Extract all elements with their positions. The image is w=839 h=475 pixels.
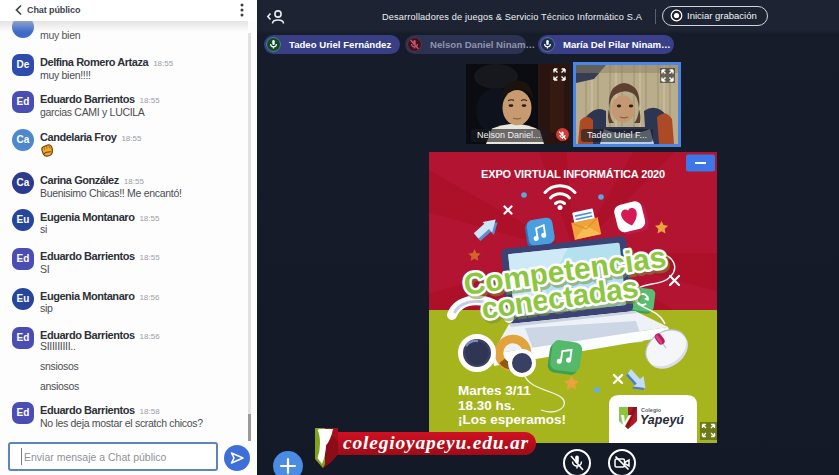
svg-text:y: y xyxy=(619,408,632,429)
svg-text:EXPO VIRTUAL INFORMÁTICA 2020: EXPO VIRTUAL INFORMÁTICA 2020 xyxy=(481,168,665,180)
svg-text:¡Los esperamos!: ¡Los esperamos! xyxy=(458,412,566,427)
svg-text:18.30 hs.: 18.30 hs. xyxy=(458,398,515,413)
svg-text:Yapeyú: Yapeyú xyxy=(640,413,684,427)
svg-text:Martes 3/11: Martes 3/11 xyxy=(458,383,531,398)
